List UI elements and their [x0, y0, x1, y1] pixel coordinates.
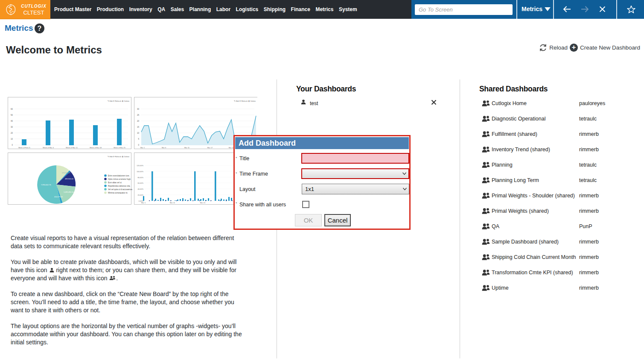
svg-text:Week of Mar 4: Week of Mar 4	[43, 147, 54, 149]
svg-text:Mar 11: Mar 11	[170, 202, 175, 204]
svg-text:20: 20	[11, 132, 13, 134]
svg-text:Minima consequatur et.: Minima consequatur et.	[108, 192, 128, 194]
svg-text:30: 30	[137, 108, 140, 110]
svg-text:Eum alias vel ut.: Eum alias vel ut.	[108, 182, 122, 184]
svg-text:Optio minus a tenetur fugit.: Optio minus a tenetur fugit.	[108, 178, 131, 180]
svg-text:Week of Mar 25: Week of Mar 25	[114, 147, 126, 149]
svg-text:60: 60	[11, 108, 13, 110]
svg-text:100.00%: 100.00%	[137, 170, 143, 173]
svg-text:80.00%: 80.00%	[137, 176, 143, 179]
svg-text:✎ Edit ⟳ Refresh 🗑 Delete: ✎ Edit ⟳ Refresh 🗑 Delete	[234, 100, 256, 102]
svg-text:Mar 6: Mar 6	[162, 147, 166, 149]
svg-text:60.00%: 60.00%	[137, 182, 143, 184]
svg-text:Week of Feb 21: Week of Feb 21	[18, 147, 31, 149]
svg-text:Week of Mar 11: Week of Mar 11	[66, 147, 78, 149]
svg-text:10: 10	[137, 132, 140, 134]
svg-text:489,905.00: 489,905.00	[65, 178, 74, 180]
svg-text:572,357.09: 572,357.09	[62, 172, 71, 174]
svg-text:Mar 1: Mar 1	[141, 202, 146, 204]
svg-text:✎ Edit ⟳ Refresh 🗑 Delete: ✎ Edit ⟳ Refresh 🗑 Delete	[108, 100, 130, 102]
svg-text:Mar 21: Mar 21	[200, 202, 206, 204]
svg-text:Mar 17: Mar 17	[207, 147, 213, 149]
svg-text:Week of Mar 18: Week of Mar 18	[90, 147, 102, 149]
svg-text:✎ Edit ⟳ Refresh 🗑 Delete: ✎ Edit ⟳ Refresh 🗑 Delete	[108, 156, 130, 158]
svg-text:25: 25	[137, 114, 140, 116]
svg-text:Vel vel quia ut id accusamus.: Vel vel quia ut id accusamus.	[108, 188, 133, 191]
svg-text:7,990,602.76: 7,990,602.76	[41, 184, 51, 186]
svg-text:Mar 11: Mar 11	[184, 147, 190, 149]
svg-text:15: 15	[137, 126, 140, 128]
svg-text:40.00%: 40.00%	[137, 188, 143, 190]
svg-text:Mar 1: Mar 1	[140, 147, 145, 149]
svg-text:120.00%: 120.00%	[137, 164, 143, 167]
svg-text:1,083,480.00: 1,083,480.00	[64, 191, 74, 193]
svg-text:Repellendus delectus vita.: Repellendus delectus vita.	[108, 185, 131, 187]
svg-text:Enim exercitationem iure.: Enim exercitationem iure.	[108, 175, 130, 177]
svg-text:40: 40	[11, 120, 13, 122]
svg-text:20: 20	[137, 120, 140, 122]
svg-text:414,575.00: 414,575.00	[54, 196, 63, 198]
svg-text:50: 50	[11, 114, 13, 116]
svg-text:10: 10	[11, 138, 13, 140]
svg-text:20.00%: 20.00%	[137, 194, 143, 196]
svg-text:30: 30	[11, 126, 13, 128]
